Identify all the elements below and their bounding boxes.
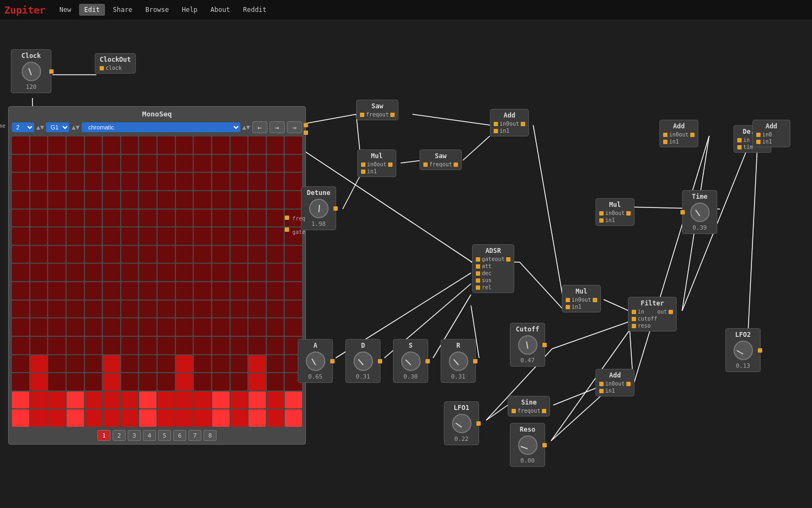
seq-cell[interactable] xyxy=(231,337,248,354)
seq-cell[interactable] xyxy=(12,173,29,190)
seq-cell[interactable] xyxy=(103,355,120,373)
seq-cell[interactable] xyxy=(12,392,29,409)
seq-cell[interactable] xyxy=(12,227,29,245)
menu-share[interactable]: Share xyxy=(107,4,137,16)
time-knob[interactable] xyxy=(690,203,710,222)
seq-cell[interactable] xyxy=(194,210,211,227)
seq-cell[interactable] xyxy=(12,373,29,390)
seq-cell[interactable] xyxy=(267,301,284,318)
seq-cell[interactable] xyxy=(48,246,66,263)
seq-cell[interactable] xyxy=(248,246,266,263)
seq-page-7[interactable]: 7 xyxy=(188,430,201,441)
seq-cell[interactable] xyxy=(30,392,48,409)
seq-cell[interactable] xyxy=(103,155,120,172)
seq-cell[interactable] xyxy=(212,155,230,172)
seq-cell[interactable] xyxy=(85,392,102,409)
seq-cell[interactable] xyxy=(176,155,193,172)
seq-cell[interactable] xyxy=(12,301,29,318)
seq-cell[interactable] xyxy=(267,282,284,299)
seq-cell[interactable] xyxy=(248,409,266,427)
seq-cell[interactable] xyxy=(103,210,120,227)
seq-cell[interactable] xyxy=(103,318,120,336)
lfo1-knob[interactable] xyxy=(452,414,472,433)
seq-cell[interactable] xyxy=(176,246,193,263)
seq-cell[interactable] xyxy=(103,136,120,154)
seq-cell[interactable] xyxy=(85,264,102,281)
monoseq-octave-select[interactable]: G1G2G3 xyxy=(46,122,69,132)
menu-help[interactable]: Help xyxy=(176,4,203,16)
seq-cell[interactable] xyxy=(267,246,284,263)
seq-cell[interactable] xyxy=(12,355,29,373)
seq-cell[interactable] xyxy=(85,301,102,318)
seq-cell[interactable] xyxy=(121,246,139,263)
lfo2-knob[interactable] xyxy=(734,341,753,360)
seq-cell[interactable] xyxy=(139,136,156,154)
seq-cell[interactable] xyxy=(158,191,175,209)
reso-knob[interactable] xyxy=(518,435,538,455)
seq-cell[interactable] xyxy=(231,409,248,427)
cutoff-knob[interactable] xyxy=(518,335,538,355)
seq-cell[interactable] xyxy=(48,337,66,354)
seq-cell[interactable] xyxy=(30,173,48,190)
seq-cell[interactable] xyxy=(139,392,156,409)
seq-cell[interactable] xyxy=(67,210,84,227)
seq-cell[interactable] xyxy=(103,191,120,209)
seq-cell[interactable] xyxy=(85,282,102,299)
seq-cell[interactable] xyxy=(231,301,248,318)
detune-knob[interactable] xyxy=(309,199,329,218)
seq-cell[interactable] xyxy=(139,373,156,390)
seq-cell[interactable] xyxy=(121,409,139,427)
seq-cell[interactable] xyxy=(48,409,66,427)
seq-cell[interactable] xyxy=(248,318,266,336)
seq-cell[interactable] xyxy=(158,355,175,373)
seq-cell[interactable] xyxy=(212,318,230,336)
seq-cell[interactable] xyxy=(85,409,102,427)
seq-cell[interactable] xyxy=(248,191,266,209)
seq-page-8[interactable]: 8 xyxy=(204,430,217,441)
seq-cell[interactable] xyxy=(139,227,156,245)
seq-cell[interactable] xyxy=(30,155,48,172)
seq-cell[interactable] xyxy=(67,173,84,190)
seq-cell[interactable] xyxy=(85,227,102,245)
seq-cell[interactable] xyxy=(176,392,193,409)
seq-cell[interactable] xyxy=(176,373,193,390)
seq-cell[interactable] xyxy=(67,191,84,209)
seq-cell[interactable] xyxy=(194,227,211,245)
seq-cell[interactable] xyxy=(121,173,139,190)
seq-cell[interactable] xyxy=(194,392,211,409)
seq-cell[interactable] xyxy=(176,337,193,354)
seq-cell[interactable] xyxy=(248,264,266,281)
seq-cell[interactable] xyxy=(12,264,29,281)
seq-cell[interactable] xyxy=(285,136,302,154)
seq-cell[interactable] xyxy=(30,318,48,336)
seq-cell[interactable] xyxy=(212,373,230,390)
seq-cell[interactable] xyxy=(285,155,302,172)
seq-cell[interactable] xyxy=(176,301,193,318)
seq-cell[interactable] xyxy=(231,210,248,227)
seq-cell[interactable] xyxy=(48,264,66,281)
seq-cell[interactable] xyxy=(212,173,230,190)
seq-cell[interactable] xyxy=(212,355,230,373)
seq-cell[interactable] xyxy=(103,246,120,263)
seq-cell[interactable] xyxy=(176,318,193,336)
r-knob[interactable] xyxy=(449,351,468,371)
seq-cell[interactable] xyxy=(30,246,48,263)
seq-cell[interactable] xyxy=(139,337,156,354)
seq-cell[interactable] xyxy=(176,173,193,190)
seq-cell[interactable] xyxy=(176,210,193,227)
a-knob[interactable] xyxy=(306,351,325,371)
seq-cell[interactable] xyxy=(121,373,139,390)
seq-cell[interactable] xyxy=(121,337,139,354)
seq-cell[interactable] xyxy=(85,246,102,263)
seq-cell[interactable] xyxy=(285,173,302,190)
monoseq-scale-select[interactable]: chromatic xyxy=(82,122,240,132)
seq-cell[interactable] xyxy=(30,355,48,373)
seq-cell[interactable] xyxy=(194,246,211,263)
seq-cell[interactable] xyxy=(12,409,29,427)
seq-cell[interactable] xyxy=(194,337,211,354)
seq-cell[interactable] xyxy=(231,246,248,263)
seq-cell[interactable] xyxy=(194,191,211,209)
seq-cell[interactable] xyxy=(30,264,48,281)
seq-page-5[interactable]: 5 xyxy=(158,430,171,441)
seq-cell[interactable] xyxy=(285,282,302,299)
